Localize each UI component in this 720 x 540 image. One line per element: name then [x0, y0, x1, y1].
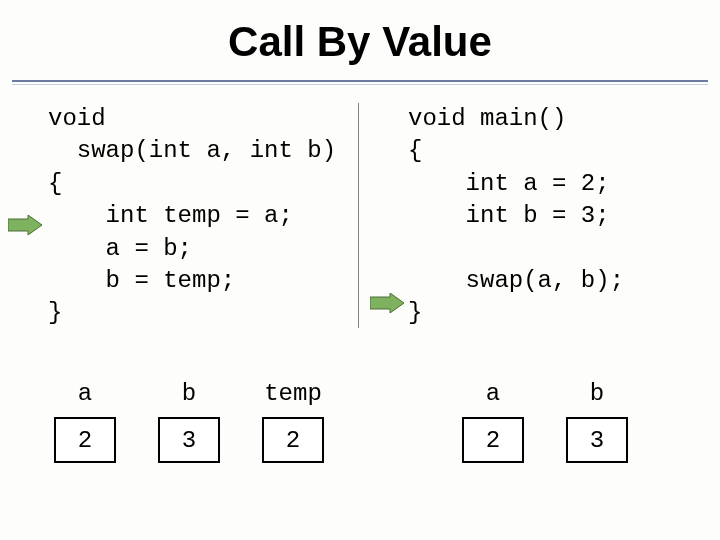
var-label: b — [182, 380, 196, 407]
var-value: 2 — [54, 417, 116, 463]
content-area: void swap(int a, int b) { int temp = a; … — [0, 103, 720, 330]
var-box: a 2 — [54, 380, 116, 463]
var-box: b 3 — [566, 380, 628, 463]
right-column: void main() { int a = 2; int b = 3; swap… — [360, 103, 720, 330]
swap-code: void swap(int a, int b) { int temp = a; … — [0, 103, 360, 330]
var-label: a — [486, 380, 500, 407]
var-box: temp 2 — [262, 380, 324, 463]
main-variables: a 2 b 3 — [462, 380, 628, 463]
var-value: 3 — [566, 417, 628, 463]
slide-title: Call By Value — [0, 0, 720, 80]
var-value: 3 — [158, 417, 220, 463]
var-value: 2 — [462, 417, 524, 463]
var-label: temp — [264, 380, 322, 407]
left-column: void swap(int a, int b) { int temp = a; … — [0, 103, 360, 330]
var-box: a 2 — [462, 380, 524, 463]
var-label: b — [590, 380, 604, 407]
main-code: void main() { int a = 2; int b = 3; swap… — [360, 103, 720, 330]
var-label: a — [78, 380, 92, 407]
title-rule — [12, 80, 708, 82]
var-box: b 3 — [158, 380, 220, 463]
swap-variables: a 2 b 3 temp 2 — [54, 380, 324, 463]
var-value: 2 — [262, 417, 324, 463]
title-rule-shadow — [12, 84, 708, 85]
